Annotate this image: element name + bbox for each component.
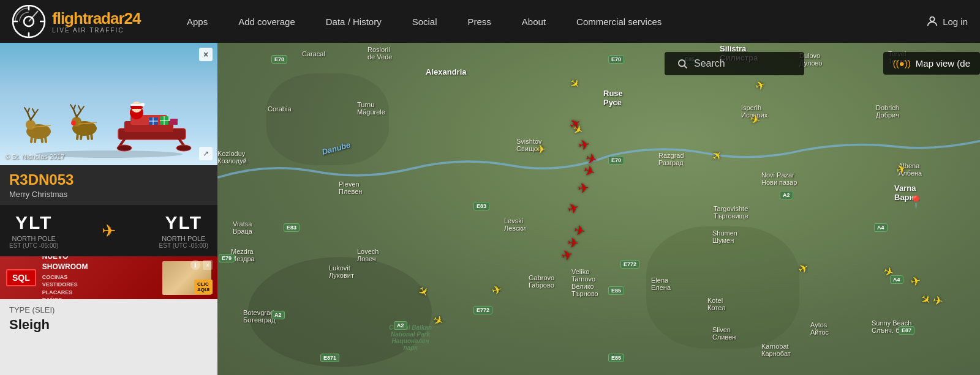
plane-9[interactable]: ✈: [490, 281, 504, 299]
map-view-label: Map view (de: [916, 58, 970, 69]
main-nav: Apps Add coverage Data / History Social …: [172, 0, 925, 43]
city-vtarnovo: VelikoTarnovoВеликоТърново: [571, 268, 598, 297]
city-razgrad: RazgradРазград: [658, 152, 684, 166]
login-label: Log in: [943, 17, 968, 27]
search-input[interactable]: [694, 58, 792, 69]
highway-e87: E87: [899, 326, 914, 335]
logo-number: 24: [124, 9, 141, 28]
destination-timezone: EST (UTC -05:00): [159, 242, 208, 249]
plane-6[interactable]: ✈: [709, 147, 726, 165]
origin-timezone: EST (UTC -05:00): [9, 242, 58, 249]
flight-id-bar: R3DN053 Merry Christmas: [0, 165, 217, 205]
plane-4[interactable]: ✈: [753, 77, 767, 94]
city-kotel: KotelКотел: [707, 297, 725, 311]
svg-line-38: [78, 106, 81, 111]
nav-item-about[interactable]: About: [507, 0, 561, 43]
svg-line-31: [91, 128, 92, 139]
destination-name: NORTH POLE: [162, 235, 205, 242]
highway-e79: E79: [219, 254, 235, 262]
city-corabia: Corabia: [268, 105, 292, 113]
svg-line-51: [32, 109, 35, 114]
santa-track-6[interactable]: ✈: [565, 199, 581, 218]
nav-item-apps[interactable]: Apps: [172, 0, 223, 43]
svg-line-47: [28, 113, 31, 120]
varna-location-pin[interactable]: 📍: [908, 195, 924, 209]
ad-cta-button[interactable]: CLICAQUI: [194, 280, 213, 294]
plane-12[interactable]: ✈: [910, 273, 922, 290]
city-turnu: TurnuMăgurele: [357, 101, 385, 116]
highway-e70-1: E70: [271, 55, 287, 64]
svg-point-19: [141, 103, 145, 106]
highway-a4-1: A4: [874, 223, 888, 232]
svg-line-29: [81, 128, 82, 139]
ad-info-icon[interactable]: ℹ: [190, 260, 200, 270]
destination-iata: YLT: [165, 212, 202, 233]
search-bar[interactable]: [665, 52, 804, 75]
city-botevgrad: BotevgradБотевград: [243, 309, 276, 324]
route-bar: YLT NORTH POLE EST (UTC -05:00) ✈ YLT NO…: [0, 205, 217, 256]
highway-e85-3: E85: [608, 286, 624, 295]
nav-item-social[interactable]: Social: [397, 0, 453, 43]
close-panel-button[interactable]: ×: [199, 48, 213, 61]
logo-subtitle: LIVE AIR TRAFFIC: [52, 27, 141, 34]
external-link-button[interactable]: ↗: [199, 147, 213, 160]
city-targovishte: TargovishteТърговище: [714, 205, 748, 220]
search-icon: [677, 58, 688, 69]
svg-line-28: [77, 128, 78, 139]
highway-e772-1: E772: [620, 260, 639, 269]
plane-1[interactable]: ✈: [566, 75, 584, 93]
highway-e772-2: E772: [473, 306, 492, 314]
highway-e70-3: E70: [608, 156, 624, 165]
nav-item-commercial[interactable]: Commercial services: [561, 0, 677, 43]
city-rosiorii: Rosioriide Vede: [368, 46, 392, 61]
flight-description: Merry Christmas: [9, 190, 208, 199]
svg-point-46: [26, 120, 36, 130]
svg-line-50: [31, 114, 35, 120]
highway-e85-4: E85: [608, 354, 624, 362]
login-button[interactable]: Log in: [925, 15, 968, 28]
svg-point-14: [176, 145, 191, 151]
ad-banner: SQL NUEVOSHOWROOM COCINASVESTIDORESPLACA…: [0, 256, 217, 299]
ad-subtext: COCINASVESTIDORESPLACARESBAÑOS: [42, 273, 88, 299]
svg-line-30: [87, 128, 88, 139]
city-aytos: AytosАйтос: [810, 321, 829, 336]
svg-point-33: [71, 121, 76, 125]
highway-e871: E871: [320, 354, 339, 362]
ad-close-icon[interactable]: ×: [203, 260, 213, 270]
svg-line-42: [31, 132, 32, 142]
svg-line-49: [28, 108, 29, 113]
logo-brand: flightradar24: [52, 9, 141, 28]
nav-item-add-coverage[interactable]: Add coverage: [223, 0, 311, 43]
plane-3[interactable]: ✈: [536, 142, 546, 157]
svg-line-35: [70, 105, 74, 110]
city-karnobat: KarnobatКарнобат: [761, 343, 791, 357]
flightradar-logo-icon: [12, 5, 46, 39]
left-panel: × ↗ © St. Nicholas 2017 R3DN053 Merry Ch…: [0, 43, 217, 375]
map-container[interactable]: Danube Central BalkanNational ParkНацион…: [217, 43, 980, 375]
plane-8[interactable]: ✈: [430, 311, 447, 329]
ad-headline: NUEVOSHOWROOM: [42, 256, 88, 272]
city-shumen: ShumenШумен: [712, 229, 737, 244]
route-arrow: ✈: [102, 221, 116, 241]
highway-a2-3: A2: [394, 321, 407, 330]
svg-line-45: [45, 132, 46, 142]
svg-line-43: [35, 132, 36, 142]
svg-point-6: [930, 17, 934, 21]
nav-item-data-history[interactable]: Data / History: [311, 0, 397, 43]
origin-iata: YLT: [15, 212, 52, 233]
svg-line-36: [74, 105, 75, 110]
type-value: Sleigh: [9, 317, 208, 333]
santa-track-5[interactable]: ✈: [577, 180, 589, 196]
logo-name-part: flightradar: [52, 9, 124, 28]
svg-line-52: [35, 110, 38, 114]
panel-image: × ↗ © St. Nicholas 2017: [0, 43, 217, 165]
plane-15[interactable]: ✈: [932, 293, 944, 310]
highway-e83-1: E83: [473, 202, 489, 210]
nav-item-press[interactable]: Press: [453, 0, 507, 43]
logo-area[interactable]: flightradar24 LIVE AIR TRAFFIC: [0, 5, 172, 39]
svg-line-48: [24, 108, 28, 113]
svg-rect-18: [130, 104, 143, 106]
highway-a2-1: A2: [780, 191, 793, 199]
svg-rect-22: [170, 119, 178, 125]
map-view-button[interactable]: ((●)) Map view (de: [883, 52, 980, 75]
